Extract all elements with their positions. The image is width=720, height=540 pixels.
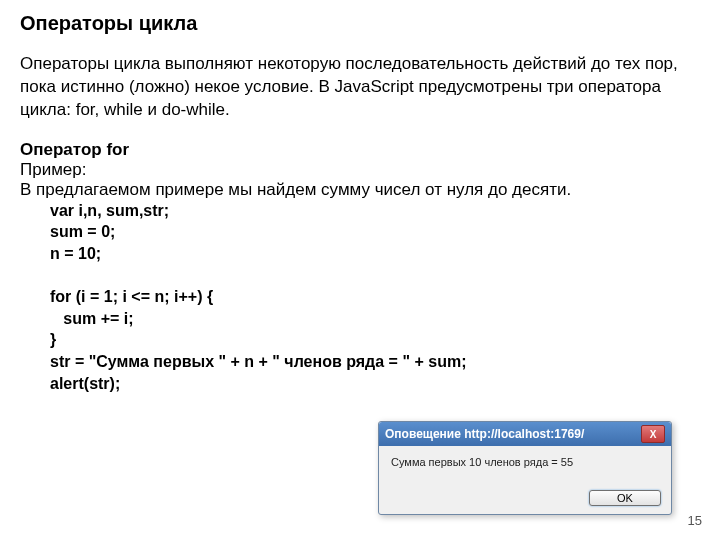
section-heading: Оператор for	[20, 140, 129, 159]
close-icon: X	[650, 429, 657, 440]
ok-button[interactable]: OK	[589, 490, 661, 506]
close-button[interactable]: X	[641, 425, 665, 443]
alert-titlebar: Оповещение http://localhost:1769/ X	[379, 422, 671, 446]
example-label: Пример:	[20, 160, 87, 179]
slide-title: Операторы цикла	[20, 12, 700, 35]
code-block: var i,n, sum,str; sum = 0; n = 10; for (…	[50, 200, 700, 394]
alert-dialog: Оповещение http://localhost:1769/ X Сумм…	[378, 421, 672, 515]
page-number: 15	[688, 513, 702, 528]
example-description: В предлагаемом примере мы найдем сумму ч…	[20, 180, 571, 199]
intro-paragraph: Операторы цикла выполняют некоторую посл…	[20, 53, 700, 122]
alert-message: Сумма первых 10 членов ряда = 55	[379, 446, 671, 490]
alert-title: Оповещение http://localhost:1769/	[385, 427, 584, 441]
